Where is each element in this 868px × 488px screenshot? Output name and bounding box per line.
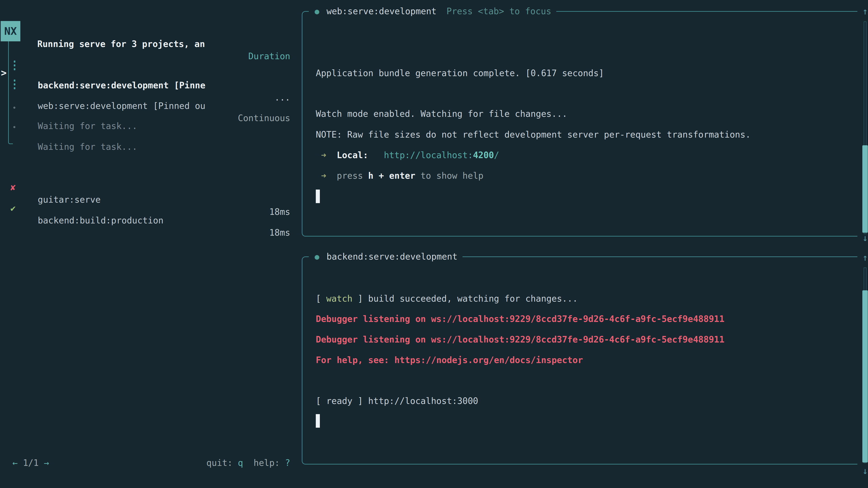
scroll-up-icon[interactable]: ↑ xyxy=(860,252,868,263)
output-panel-backend-header: ● backend:serve:development xyxy=(309,251,463,263)
hint-separator xyxy=(243,458,253,468)
task-duration: 18ms xyxy=(269,206,290,218)
terminal-line: NOTE: Raw file sizes do not reflect deve… xyxy=(316,129,751,141)
panel-title: web:serve:development xyxy=(327,5,436,18)
scrollbar-thumb[interactable] xyxy=(862,290,868,462)
terminal-text xyxy=(316,150,321,160)
running-dot-icon: ● xyxy=(315,251,319,263)
focus-hint: Press <tab> to focus xyxy=(446,5,551,18)
terminal-text xyxy=(368,150,384,160)
success-icon: ✔ xyxy=(10,202,24,215)
quit-hint-label: quit: xyxy=(206,458,238,468)
terminal-line: [ watch ] build succeeded, watching for … xyxy=(316,293,578,305)
scroll-down-icon[interactable]: ↓ xyxy=(860,466,868,476)
terminal-line: ➜ Local: http://localhost:4200/ xyxy=(316,149,499,161)
terminal-text: Application bundle generation complete. … xyxy=(316,68,604,78)
terminal-text: h + enter xyxy=(368,170,415,181)
terminal-line: [ ready ] http://localhost:3000 xyxy=(316,395,478,407)
task-row-waiting[interactable]: Waiting for task... xyxy=(0,129,290,141)
sidebar: NX Running serve for 3 projects, an Dura… xyxy=(0,0,298,488)
help-key: ? xyxy=(285,458,290,468)
terminal-text: watch xyxy=(326,293,352,304)
terminal-text: [ ready ] http://localhost:3000 xyxy=(316,396,478,406)
terminal-line: ➜ press h + enter to show help xyxy=(316,170,484,182)
terminal-text: Debugger listening on ws://localhost:922… xyxy=(316,314,724,324)
task-row-backend-serve[interactable]: backend:serve:development [Pinne ... xyxy=(0,67,290,79)
terminal-text: NOTE: Raw file sizes do not reflect deve… xyxy=(316,129,751,140)
terminal-text: ➜ xyxy=(321,170,326,181)
terminal-cursor xyxy=(316,190,320,203)
quit-key: q xyxy=(238,458,243,468)
terminal-text: Local: xyxy=(337,150,368,160)
terminal-text: ➜ xyxy=(321,150,326,160)
terminal-text: http://localhost: xyxy=(384,150,473,160)
task-label: Waiting for task... xyxy=(38,141,137,153)
terminal-line: For help, see: https://nodejs.org/en/doc… xyxy=(316,354,583,366)
terminal-text: 4200 xyxy=(473,150,494,160)
scrollbar-thumb[interactable] xyxy=(862,145,868,233)
task-row-backend-build[interactable]: ✔ backend:build:production 18ms xyxy=(0,190,290,202)
duration-column-header: Duration xyxy=(248,50,290,62)
terminal-text: ] build succeeded, watching for changes.… xyxy=(352,293,578,304)
terminal-text: / xyxy=(494,150,499,160)
terminal-text: Watch mode enabled. Watching for file ch… xyxy=(316,109,567,119)
terminal-text xyxy=(316,170,321,181)
terminal-line: Application bundle generation complete. … xyxy=(316,67,604,79)
terminal-text: [ xyxy=(316,293,326,304)
scroll-up-icon[interactable]: ↑ xyxy=(860,6,868,17)
terminal-text: Debugger listening on ws://localhost:922… xyxy=(316,334,724,345)
terminal-line: Debugger listening on ws://localhost:922… xyxy=(316,313,724,325)
nx-tui-screen: NX Running serve for 3 projects, an Dura… xyxy=(0,0,868,488)
terminal-text xyxy=(326,170,337,181)
help-hint-label: help: xyxy=(254,458,285,468)
running-dot-icon: ● xyxy=(315,5,319,18)
task-row-web-serve[interactable]: web:serve:development [Pinned ou Continu… xyxy=(0,88,290,100)
panel-title: backend:serve:development xyxy=(327,251,457,263)
scroll-down-icon[interactable]: ↓ xyxy=(860,233,868,243)
terminal-text: For help, see: https://nodejs.org/en/doc… xyxy=(316,355,583,365)
output-panel-web-serve[interactable] xyxy=(302,11,857,236)
task-duration: 18ms xyxy=(269,227,290,239)
task-row-waiting[interactable]: Waiting for task... xyxy=(0,108,290,120)
terminal-cursor xyxy=(316,414,320,428)
terminal-line: Watch mode enabled. Watching for file ch… xyxy=(316,108,567,120)
task-label: backend:build:production xyxy=(38,215,163,227)
terminal-line: Debugger listening on ws://localhost:922… xyxy=(316,333,724,346)
task-list-header: Running serve for 3 projects, an Duratio… xyxy=(0,26,290,38)
task-row-guitar-serve[interactable]: ✘ guitar:serve 18ms xyxy=(0,169,290,182)
terminal-text: press xyxy=(337,170,368,181)
task-list-title: Running serve for 3 projects, an xyxy=(37,38,205,50)
output-panel-web-header: ● web:serve:development Press <tab> to f… xyxy=(309,5,556,18)
terminal-text xyxy=(326,150,337,160)
terminal-text: to show help xyxy=(415,170,483,181)
keyboard-hints: quit: q help: ? xyxy=(0,457,290,469)
